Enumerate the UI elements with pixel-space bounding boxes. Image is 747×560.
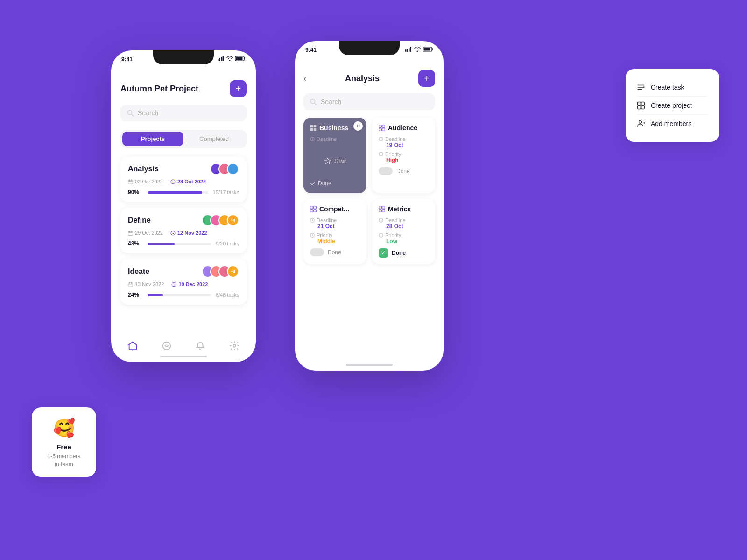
- done-toggle[interactable]: [379, 167, 393, 175]
- back-button[interactable]: ‹: [303, 74, 306, 84]
- search-icon: [310, 98, 317, 105]
- svg-rect-37: [424, 48, 430, 51]
- progress-row: 24% 8/48 tasks: [128, 292, 239, 298]
- progress-fill: [148, 243, 175, 245]
- clock-icon: [379, 137, 383, 141]
- signal-icon: [218, 56, 224, 61]
- avatars: +4: [202, 266, 239, 278]
- end-date: 12 Nov 2022: [170, 230, 207, 236]
- svg-rect-35: [410, 47, 412, 52]
- audience-title: Audience: [388, 124, 417, 132]
- done-row: ✓ Done: [379, 248, 429, 258]
- grid-card-icon: [379, 206, 385, 212]
- project-dates: 29 Oct 2022 12 Nov 2022: [128, 230, 239, 236]
- priority-field: Priority High: [379, 151, 429, 163]
- nav-settings[interactable]: [228, 340, 240, 352]
- tab-completed[interactable]: Completed: [183, 132, 245, 146]
- deadline-value: 21 Oct: [317, 223, 360, 230]
- nav-bell[interactable]: [194, 340, 206, 352]
- svg-line-46: [312, 139, 313, 140]
- done-row: Done: [310, 180, 360, 187]
- svg-rect-81: [643, 86, 645, 88]
- done-label: Done: [328, 249, 341, 256]
- action-menu: Create task Create project Add members: [626, 69, 719, 142]
- calendar-icon: [128, 282, 133, 287]
- avatars: [210, 163, 239, 175]
- done-row: Done: [310, 248, 360, 256]
- start-date: 02 Oct 2022: [128, 179, 163, 184]
- svg-line-64: [312, 220, 313, 221]
- phone-1-add-button[interactable]: +: [230, 80, 247, 97]
- info-icon: [379, 152, 383, 156]
- done-row: Done: [379, 167, 429, 175]
- nav-home[interactable]: [127, 340, 139, 352]
- priority-field: Priority Low: [379, 232, 429, 245]
- svg-point-57: [381, 153, 381, 153]
- phone-2-add-button[interactable]: +: [418, 70, 435, 87]
- phone-2-search[interactable]: Search: [303, 93, 435, 110]
- free-card-members: 1-5 membersin team: [39, 453, 89, 469]
- svg-rect-2: [221, 57, 222, 61]
- project-dates: 13 Nov 2022 10 Dec 2022: [128, 281, 239, 287]
- card-audience[interactable]: Audience Deadline 19 Oct Priority High: [372, 118, 435, 193]
- done-label: Done: [396, 168, 410, 175]
- svg-rect-5: [236, 57, 243, 60]
- phone-2-notch: [339, 41, 400, 55]
- progress-tasks: 8/48 tasks: [216, 292, 239, 298]
- svg-line-21: [173, 233, 174, 233]
- phone-1-search[interactable]: Search: [120, 105, 247, 121]
- svg-rect-42: [310, 128, 313, 131]
- phone-1-home-bar: [160, 356, 207, 357]
- search-icon: [127, 110, 134, 117]
- action-add-members[interactable]: Add members: [637, 114, 708, 133]
- done-checkbox[interactable]: ✓: [379, 248, 388, 258]
- search-placeholder: Search: [138, 109, 158, 117]
- end-date-value: 12 Nov 2022: [177, 230, 207, 236]
- svg-rect-70: [379, 210, 382, 212]
- project-card-ideate[interactable]: Ideate +4 13 Nov 2022 10 Dec 2022: [120, 259, 247, 305]
- svg-rect-32: [405, 49, 407, 52]
- card-metrics[interactable]: Metrics Deadline 28 Oct Priority Low: [372, 199, 435, 264]
- progress-bar: [148, 294, 211, 296]
- deadline-value: 19 Oct: [386, 142, 429, 148]
- star-area: Star: [310, 145, 360, 177]
- done-toggle[interactable]: [310, 248, 324, 256]
- avatar-more: +4: [227, 266, 239, 278]
- priority-value: Low: [386, 238, 429, 245]
- deadline-field: Deadline 28 Oct: [379, 217, 429, 230]
- start-date-value: 13 Nov 2022: [135, 281, 164, 287]
- phone-2-title: Analysis: [345, 74, 380, 84]
- progress-fill: [148, 191, 202, 194]
- action-create-project[interactable]: Create project: [637, 96, 708, 114]
- priority-value: High: [386, 157, 429, 163]
- tab-projects[interactable]: Projects: [122, 132, 183, 146]
- nav-chat[interactable]: [161, 340, 173, 352]
- project-card-define[interactable]: Define +4 29 Oct 2022 12 Nov 2022: [120, 208, 247, 253]
- phone-1-notch: [153, 50, 214, 64]
- project-card-header: Define +4: [128, 214, 239, 226]
- avatars: +4: [202, 214, 239, 226]
- card-title: Business: [310, 124, 360, 132]
- grid-card-icon: [379, 125, 385, 131]
- svg-rect-71: [382, 210, 385, 212]
- card-business[interactable]: ✕ Business Deadline Star Do: [303, 118, 366, 193]
- phone-2-content: ‹ Analysis + Search ✕ Business Deadline: [295, 62, 444, 371]
- project-card-header: Analysis: [128, 163, 239, 175]
- close-button[interactable]: ✕: [353, 121, 363, 131]
- free-card-emoji: 🥰: [39, 418, 89, 438]
- svg-rect-22: [128, 283, 133, 287]
- progress-tasks: 15/17 tasks: [213, 189, 239, 195]
- svg-line-39: [314, 103, 316, 105]
- svg-rect-59: [314, 206, 317, 209]
- list-icon: [637, 83, 645, 91]
- deadline-field: Deadline 21 Oct: [310, 217, 360, 230]
- card-compet[interactable]: Compet... Deadline 21 Oct Priority Middl…: [303, 199, 366, 264]
- svg-rect-58: [310, 206, 313, 209]
- svg-rect-85: [641, 106, 645, 109]
- add-members-label: Add members: [651, 120, 691, 127]
- action-create-task[interactable]: Create task: [637, 78, 708, 96]
- project-dates: 02 Oct 2022 28 Oct 2022: [128, 179, 239, 184]
- project-card-analysis[interactable]: Analysis 02 Oct 2022 28 Oct 2022 90: [120, 156, 247, 202]
- project-name: Analysis: [128, 165, 159, 173]
- svg-rect-83: [641, 102, 645, 105]
